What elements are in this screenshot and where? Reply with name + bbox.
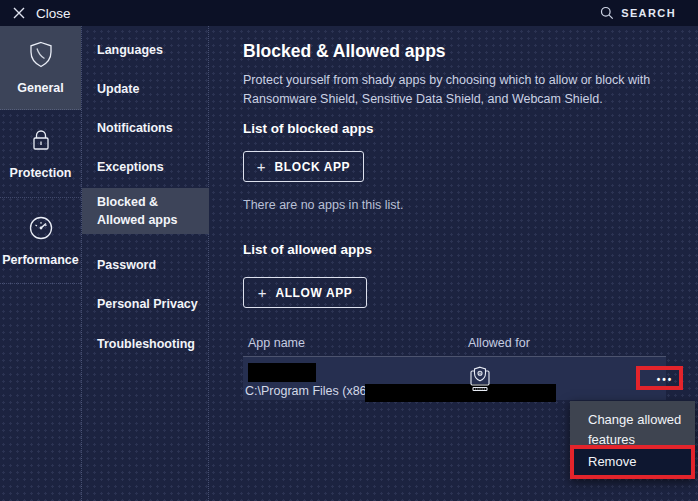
- block-app-button[interactable]: + BLOCK APP: [243, 151, 364, 182]
- category-sidebar: General Protection Performa: [0, 26, 82, 501]
- close-button[interactable]: Close: [0, 6, 71, 21]
- allow-app-button[interactable]: + ALLOW APP: [243, 277, 367, 308]
- main-content: Blocked & Allowed apps Protect yourself …: [209, 26, 698, 501]
- menu-item-personal-privacy[interactable]: Personal Privacy: [82, 290, 209, 318]
- magnifier-icon: [600, 6, 614, 20]
- lock-icon: [28, 127, 54, 155]
- page-description: Protect yourself from shady apps by choo…: [243, 71, 691, 110]
- menu-item-exceptions[interactable]: Exceptions: [82, 153, 209, 181]
- menu-item-blocked-allowed-apps[interactable]: Blocked & Allowed apps: [82, 188, 209, 234]
- highlight-box-remove: Remove: [570, 445, 695, 479]
- settings-menu: Languages Update Notifications Exception…: [82, 26, 209, 501]
- plus-icon: +: [257, 159, 266, 174]
- column-header-allowed-for: Allowed for: [468, 336, 530, 350]
- plus-icon: +: [258, 285, 267, 300]
- shield-icon: [27, 40, 55, 70]
- app-path: C:\Program Files (x86)\: [245, 384, 374, 398]
- sidebar-item-general[interactable]: General: [0, 26, 81, 110]
- app-window: Close SEARCH General: [0, 0, 698, 501]
- top-bar: Close SEARCH: [0, 0, 698, 26]
- allowed-app-row[interactable]: C:\Program Files (x86)\ •••: [243, 356, 666, 400]
- sidebar-item-label: General: [17, 81, 64, 95]
- context-menu-item-change-allowed-features[interactable]: Change allowed features: [570, 401, 695, 445]
- ellipsis-icon: •••: [657, 374, 674, 385]
- page-title: Blocked & Allowed apps: [243, 41, 446, 62]
- sidebar-item-label: Performance: [2, 253, 78, 267]
- allowed-apps-heading: List of allowed apps: [243, 242, 372, 257]
- menu-item-languages[interactable]: Languages: [82, 36, 209, 64]
- gauge-icon: [27, 214, 55, 242]
- block-app-button-label: BLOCK APP: [275, 160, 351, 174]
- menu-item-password[interactable]: Password: [82, 251, 209, 279]
- context-menu-item-remove[interactable]: Remove: [574, 449, 691, 475]
- menu-item-notifications[interactable]: Notifications: [82, 114, 209, 142]
- close-label: Close: [36, 6, 71, 21]
- redacted-app-name: [248, 363, 316, 382]
- row-more-options-button[interactable]: •••: [643, 367, 687, 391]
- menu-item-troubleshooting[interactable]: Troubleshooting: [82, 330, 209, 358]
- sidebar-item-label: Protection: [10, 166, 72, 180]
- column-header-app-name: App name: [248, 336, 305, 350]
- search-label: SEARCH: [621, 7, 676, 19]
- redacted-app-path-segment: [365, 384, 556, 402]
- shield-laptop-icon: [467, 364, 493, 394]
- allow-app-button-label: ALLOW APP: [275, 286, 352, 300]
- row-context-menu: Change allowed features Remove: [570, 401, 695, 479]
- close-icon: [13, 7, 25, 19]
- blocked-list-empty-text: There are no apps in this list.: [243, 198, 404, 212]
- search-button[interactable]: SEARCH: [600, 6, 698, 20]
- menu-item-update[interactable]: Update: [82, 75, 209, 103]
- sidebar-item-protection[interactable]: Protection: [0, 110, 81, 198]
- sidebar-item-performance[interactable]: Performance: [0, 198, 81, 284]
- blocked-apps-heading: List of blocked apps: [243, 121, 374, 136]
